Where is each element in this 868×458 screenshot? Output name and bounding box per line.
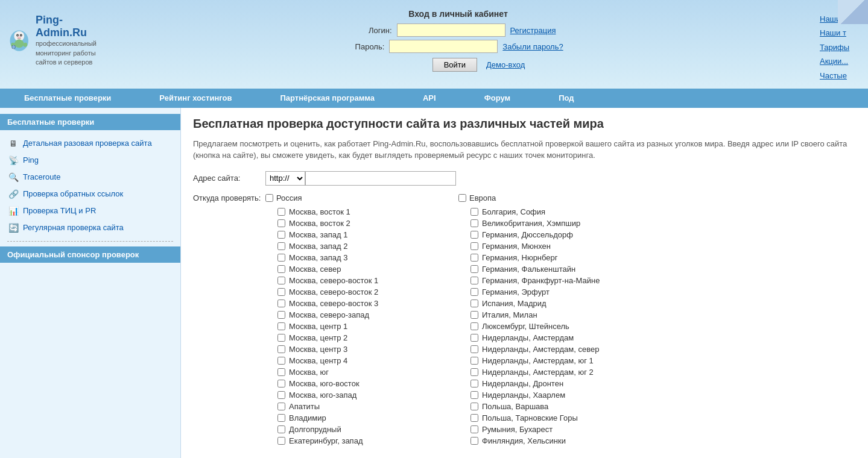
russia-header: Россия (265, 193, 434, 202)
sidebar-link-ping[interactable]: Ping (23, 155, 39, 165)
sidebar-link-traceroute[interactable]: Traceroute (23, 172, 60, 181)
europe-loc-check[interactable] (470, 357, 478, 365)
russia-loc-check[interactable] (277, 254, 285, 262)
protocol-select[interactable]: http:// https:// (265, 171, 305, 186)
russia-loc-check[interactable] (277, 265, 285, 273)
russia-loc-check[interactable] (277, 300, 285, 307)
europe-loc-check[interactable] (470, 345, 478, 353)
europe-loc-check[interactable] (470, 391, 478, 399)
russia-loc-check[interactable] (277, 380, 285, 387)
europe-loc-check[interactable] (470, 231, 478, 239)
login-title: Вход в личный кабинет (408, 9, 508, 19)
russia-loc-check[interactable] (277, 322, 285, 330)
europe-loc-label: Германия, Франкфурт-на-Майне (482, 276, 600, 285)
russia-loc-check[interactable] (277, 391, 285, 399)
russia-loc-check[interactable] (277, 403, 285, 410)
russia-loc-check[interactable] (277, 311, 285, 319)
europe-location-item: Нидерланды, Дронтен (458, 378, 627, 389)
europe-loc-check[interactable] (470, 208, 478, 216)
europe-loc-check[interactable] (470, 334, 478, 342)
russia-loc-check[interactable] (277, 357, 285, 365)
europe-loc-check[interactable] (470, 265, 478, 273)
russia-loc-check[interactable] (277, 219, 285, 227)
russia-loc-check[interactable] (277, 368, 285, 376)
forgot-link[interactable]: Забыли пароль? (502, 42, 563, 51)
europe-loc-check[interactable] (470, 414, 478, 422)
svg-point-8 (15, 33, 17, 34)
sidebar-item-ping[interactable]: 📡 Ping (0, 152, 180, 169)
russia-loc-check[interactable] (277, 231, 285, 239)
europe-loc-check[interactable] (470, 437, 478, 445)
sidebar-item-tic[interactable]: 📊 Проверка ТИЦ и PR (0, 202, 180, 219)
svg-point-5 (21, 35, 22, 36)
sidebar-item-regular[interactable]: 🔄 Регулярная проверка сайта (0, 219, 180, 236)
tic-icon: 📊 (7, 205, 19, 217)
nav-api[interactable]: API (399, 89, 460, 108)
nav-hosting-rating[interactable]: Рейтинг хостингов (135, 89, 256, 108)
nav-free-checks[interactable]: Бесплатные проверки (0, 89, 135, 108)
europe-column: Европа Болгария, София Великобритания, Х… (458, 193, 627, 447)
europe-loc-check[interactable] (470, 425, 478, 433)
europe-loc-label: Нидерланды, Амстердам (482, 333, 574, 342)
europe-loc-label: Польша, Тарновские Горы (482, 413, 578, 422)
europe-loc-label: Великобритания, Хэмпшир (482, 219, 580, 228)
russia-location-item: Москва, юг (265, 366, 434, 378)
russia-loc-check[interactable] (277, 414, 285, 422)
login-btn-row: Войти Демо-вход (391, 58, 525, 72)
sidebar-item-detailed[interactable]: 🖥 Детальная разовая проверка сайта (0, 135, 180, 152)
europe-loc-check[interactable] (470, 300, 478, 307)
europe-loc-check[interactable] (470, 288, 478, 296)
europe-loc-check[interactable] (470, 403, 478, 410)
europe-loc-check[interactable] (470, 219, 478, 227)
europe-location-item: Испания, Мадрид (458, 298, 627, 309)
europe-checkbox[interactable] (458, 194, 466, 202)
right-link-4[interactable]: Акции... (820, 54, 865, 68)
europe-loc-label: Испания, Мадрид (482, 299, 546, 308)
russia-loc-check[interactable] (277, 242, 285, 250)
europe-location-item: Германия, Франкфурт-на-Майне (458, 275, 627, 286)
russia-location-item: Москва, запад 2 (265, 240, 434, 252)
russia-loc-check[interactable] (277, 437, 285, 445)
europe-location-item: Нидерланды, Амстердам, юг 2 (458, 366, 627, 378)
demo-link[interactable]: Демо-вход (486, 60, 525, 69)
login-button[interactable]: Войти (432, 58, 477, 72)
sidebar-item-backlinks[interactable]: 🔗 Проверка обратных ссылок (0, 186, 180, 202)
europe-loc-check[interactable] (470, 311, 478, 319)
europe-loc-check[interactable] (470, 242, 478, 250)
russia-loc-check[interactable] (277, 277, 285, 284)
sidebar-item-traceroute[interactable]: 🔍 Traceroute (0, 169, 180, 186)
addr-label: Адрес сайта: (193, 174, 265, 183)
russia-loc-check[interactable] (277, 345, 285, 353)
right-link-5[interactable]: Частые (820, 69, 865, 83)
europe-loc-check[interactable] (470, 368, 478, 376)
russia-loc-label: Долгопрудный (289, 425, 341, 434)
europe-label: Европа (469, 193, 496, 202)
register-link[interactable]: Регистрация (510, 26, 556, 35)
sidebar-link-tic[interactable]: Проверка ТИЦ и PR (23, 206, 96, 215)
right-link-3[interactable]: Тарифы (820, 40, 865, 54)
russia-loc-check[interactable] (277, 288, 285, 296)
russia-loc-label: Екатеринбург, запад (289, 436, 363, 445)
europe-loc-label: Румыния, Бухарест (482, 425, 553, 434)
nav-more[interactable]: Под (534, 89, 598, 108)
sidebar-link-backlinks[interactable]: Проверка обратных ссылок (23, 189, 123, 198)
russia-loc-check[interactable] (277, 334, 285, 342)
login-input[interactable] (397, 24, 505, 37)
europe-header: Европа (458, 193, 627, 202)
right-link-2[interactable]: Наши т (820, 26, 865, 40)
url-input[interactable] (305, 171, 456, 186)
europe-location-item: Нидерланды, Хаарлем (458, 389, 627, 401)
password-input[interactable] (389, 40, 498, 53)
europe-loc-check[interactable] (470, 254, 478, 262)
russia-loc-check[interactable] (277, 425, 285, 433)
nav-forum[interactable]: Форум (460, 89, 534, 108)
nav-partner-program[interactable]: Партнёрская программа (256, 89, 399, 108)
europe-loc-check[interactable] (470, 380, 478, 387)
europe-loc-check[interactable] (470, 277, 478, 284)
sidebar-link-detailed[interactable]: Детальная разовая проверка сайта (23, 139, 152, 148)
sidebar-link-regular[interactable]: Регулярная проверка сайта (23, 223, 124, 232)
russia-checkbox[interactable] (265, 194, 273, 202)
russia-loc-check[interactable] (277, 208, 285, 216)
europe-loc-check[interactable] (470, 322, 478, 330)
europe-location-item: Болгария, София (458, 206, 627, 218)
